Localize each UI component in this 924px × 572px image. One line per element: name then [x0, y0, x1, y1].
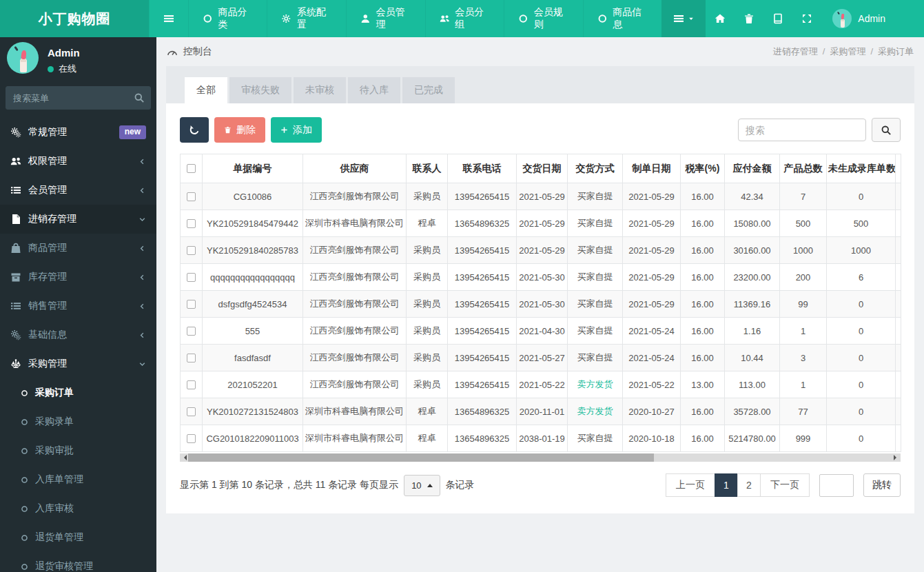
cell: 买家自提: [568, 237, 623, 264]
sidebar-subitem-2[interactable]: 采购审批: [0, 436, 156, 465]
add-button[interactable]: 添加: [271, 117, 322, 143]
tab-2[interactable]: 未审核: [294, 77, 346, 103]
sidebar-subitem-4[interactable]: 入库审核: [0, 494, 156, 523]
cell: 程卓: [407, 398, 448, 425]
page-size-dropdown[interactable]: 10: [404, 475, 440, 496]
sidebar-item-0[interactable]: 常规管理new: [0, 118, 156, 147]
breadcrumb-link-2[interactable]: 采购订单: [878, 46, 914, 57]
home-icon[interactable]: [715, 13, 726, 24]
delete-button[interactable]: 删除: [214, 117, 265, 143]
breadcrumb-link-0[interactable]: 进销存管理: [773, 46, 818, 57]
search-icon[interactable]: [134, 92, 145, 103]
breadcrumb-link-1[interactable]: 采购管理: [830, 46, 865, 57]
horizontal-scrollbar[interactable]: [180, 453, 901, 462]
sidebar-subitem-0[interactable]: 采购订单: [0, 378, 156, 407]
top-menu-item-4[interactable]: 会员分组: [425, 0, 504, 37]
caret-up-icon: [427, 481, 433, 487]
cell: 买家自提: [568, 318, 623, 345]
cell: 采购员: [407, 237, 448, 264]
cell: fasdfasdf: [203, 345, 303, 371]
navbar-user[interactable]: Admin: [832, 9, 885, 28]
top-menu-label: 商品信息: [613, 6, 648, 31]
page-button-2[interactable]: 2: [737, 473, 761, 497]
table-search-input[interactable]: [738, 119, 866, 141]
tab-0[interactable]: 全部: [185, 77, 227, 103]
top-menu-item-0[interactable]: [149, 0, 188, 37]
sidebar-item-7[interactable]: 基础信息: [0, 320, 156, 349]
sidebar-item-5[interactable]: 库存管理: [0, 263, 156, 292]
row-checkbox[interactable]: [187, 327, 196, 336]
menu-toggle-button[interactable]: [661, 0, 706, 37]
pagination: 上一页12下一页 跳转: [666, 473, 901, 497]
breadcrumb-separator: /: [823, 46, 825, 57]
table-search-button[interactable]: [872, 118, 901, 142]
chevron-left-icon: [138, 274, 146, 281]
breadcrumb[interactable]: 控制台: [167, 45, 212, 58]
prev-page-button[interactable]: 上一页: [666, 473, 715, 497]
settings-gears-icon[interactable]: [901, 13, 912, 24]
select-all-checkbox[interactable]: [187, 164, 196, 173]
row-checkbox[interactable]: [187, 192, 196, 201]
book-icon[interactable]: [772, 13, 783, 24]
row-select-cell: [181, 345, 203, 371]
select-all-cell: [181, 154, 203, 183]
row-checkbox[interactable]: [187, 434, 196, 443]
row-checkbox[interactable]: [187, 246, 196, 255]
scrollbar-thumb[interactable]: [188, 453, 654, 462]
page-jump-input[interactable]: [819, 474, 854, 497]
row-checkbox[interactable]: [187, 380, 196, 389]
cell: 采购员: [407, 183, 448, 210]
brand-logo[interactable]: 小丁购物圈: [0, 0, 149, 37]
next-page-button[interactable]: 下一页: [760, 473, 810, 497]
page-button-1[interactable]: 1: [715, 473, 738, 497]
cell: 13654896325: [448, 398, 517, 425]
sidebar-item-8[interactable]: 采购管理: [0, 349, 156, 378]
page-jump-button[interactable]: 跳转: [863, 473, 901, 497]
cell: 999: [780, 425, 827, 452]
top-menu-item-3[interactable]: 会员管理: [346, 0, 425, 37]
sidebar-subitem-1[interactable]: 采购录单: [0, 407, 156, 436]
box-icon: [10, 272, 21, 283]
row-select-cell: [181, 237, 203, 264]
row-checkbox[interactable]: [187, 354, 196, 362]
sidebar-item-6[interactable]: 销售管理: [0, 292, 156, 320]
chevron-down-icon: [138, 216, 146, 223]
circle-icon: [203, 13, 213, 24]
tab-3[interactable]: 待入库: [348, 77, 400, 103]
cell: 13954265415: [448, 264, 517, 291]
tab-1[interactable]: 审核失败: [229, 77, 291, 103]
scroll-right-arrow-icon[interactable]: [894, 455, 899, 460]
cell: 深圳市科睿电脑有限公司: [303, 398, 407, 425]
sidebar-item-4[interactable]: 商品管理: [0, 234, 156, 263]
table-cutoff-cell: [896, 371, 901, 398]
trash-icon[interactable]: [743, 13, 754, 24]
top-menu-item-6[interactable]: 商品信息: [583, 0, 662, 37]
sidebar-item-label: 基础信息: [28, 329, 67, 341]
circle-icon: [21, 389, 28, 397]
online-status: 在线: [48, 63, 80, 75]
row-checkbox[interactable]: [187, 273, 196, 282]
row-checkbox[interactable]: [187, 219, 196, 228]
sidebar-item-label: 商品管理: [28, 242, 67, 254]
sidebar-subitem-6[interactable]: 退货审核管理: [0, 552, 156, 572]
cell: 2021-05-29: [517, 210, 568, 237]
expand-arrows-icon[interactable]: [801, 13, 812, 24]
row-checkbox[interactable]: [187, 407, 196, 416]
cell: 1000: [827, 237, 896, 264]
row-checkbox[interactable]: [187, 300, 196, 309]
scroll-left-arrow-icon[interactable]: [181, 455, 187, 460]
refresh-button[interactable]: [180, 117, 209, 143]
top-menu-item-2[interactable]: 系统配置: [267, 0, 346, 37]
top-menu-item-1[interactable]: 商品分类: [188, 0, 267, 37]
sidebar-item-1[interactable]: 权限管理: [0, 147, 156, 176]
cell: 16.00: [681, 318, 725, 345]
top-menu-item-5[interactable]: 会员规则: [504, 0, 583, 37]
bars-icon: [163, 13, 174, 24]
sidebar-subitem-3[interactable]: 入库单管理: [0, 465, 156, 494]
sidebar-search-input[interactable]: [6, 86, 151, 110]
table-cutoff-cell: [896, 264, 901, 291]
sidebar-item-3[interactable]: 进销存管理: [0, 205, 156, 234]
tab-4[interactable]: 已完成: [402, 77, 455, 103]
sidebar-subitem-5[interactable]: 退货单管理: [0, 523, 156, 552]
sidebar-item-2[interactable]: 会员管理: [0, 176, 156, 205]
